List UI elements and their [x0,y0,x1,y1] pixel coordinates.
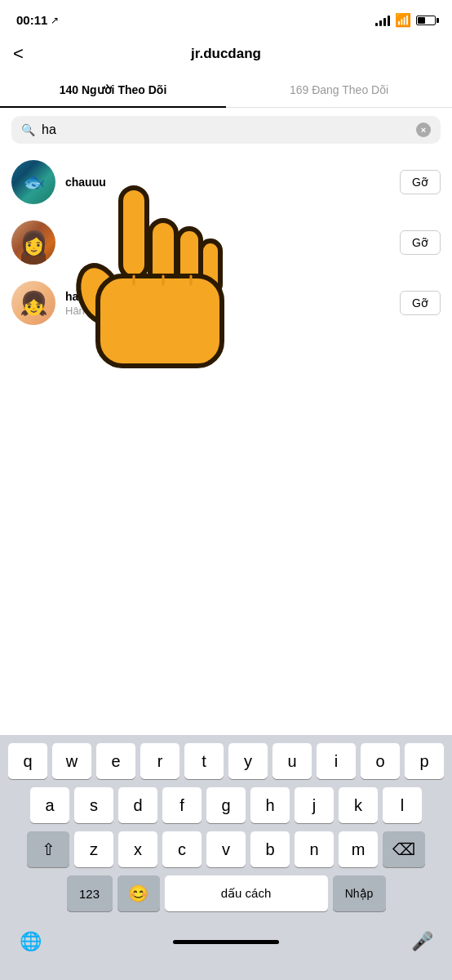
shift-key[interactable]: ⇧ [27,831,69,867]
user-list: chauuu Gỡ Gỡ ha…99 • Theo dõi Hân Huỳnh [0,152,452,333]
follow-button[interactable]: Theo dõi [117,290,161,303]
space-key[interactable]: dấu cách [165,875,328,911]
remove-button[interactable]: Gỡ [400,291,441,315]
search-icon: 🔍 [21,123,35,136]
keyboard-bottom: 🌐 🎤 [4,920,448,976]
key-u[interactable]: u [273,743,312,779]
remove-button[interactable]: Gỡ [400,230,441,255]
key-g[interactable]: g [206,787,246,823]
display-name: Hân Huỳnh [65,305,390,317]
backspace-key[interactable]: ⌫ [383,831,425,867]
status-icons: 📶 [375,12,436,28]
tab-followers[interactable]: 140 Người Theo Dõi [0,72,226,107]
key-b[interactable]: b [250,831,290,867]
remove-button[interactable]: Gỡ [400,170,441,194]
key-y[interactable]: y [228,743,268,779]
key-q[interactable]: q [8,743,47,779]
key-x[interactable]: x [118,831,157,867]
avatar [11,220,55,265]
avatar [11,160,55,204]
key-k[interactable]: k [339,787,378,823]
tab-following[interactable]: 169 Đang Theo Dõi [226,72,452,107]
key-d[interactable]: d [118,787,157,823]
home-indicator [173,940,279,944]
key-s[interactable]: s [74,787,113,823]
location-icon: ↗ [51,15,59,26]
list-item: chauuu Gỡ [11,152,441,212]
key-m[interactable]: m [339,831,378,867]
emoji-key[interactable]: 😊 [117,875,160,911]
status-bar: 00:11 ↗ 📶 [0,0,452,36]
tabs-bar: 140 Người Theo Dõi 169 Đang Theo Dõi [0,72,452,108]
search-bar: 🔍 × [11,116,441,144]
globe-key[interactable]: 🌐 [12,924,48,960]
signal-bars-icon [375,15,390,26]
avatar-image [11,220,55,265]
key-c[interactable]: c [162,831,202,867]
key-i[interactable]: i [317,743,356,779]
numbers-key[interactable]: 123 [67,875,113,911]
header: < jr.ducdang [0,36,452,72]
key-o[interactable]: o [361,743,400,779]
key-p[interactable]: p [405,743,444,779]
wifi-icon: 📶 [395,12,411,28]
empty-area [0,333,452,497]
list-item: Gỡ [11,212,441,273]
key-z[interactable]: z [74,831,113,867]
username: ha…99 [65,290,103,303]
username: chauuu [65,176,106,189]
key-v[interactable]: v [206,831,246,867]
battery-icon [416,16,436,25]
search-clear-button[interactable]: × [416,122,431,137]
key-r[interactable]: r [140,743,179,779]
key-j[interactable]: j [295,787,334,823]
key-h[interactable]: h [250,787,290,823]
keyboard-row-4: 123 😊 dấu cách Nhập [4,875,448,911]
keyboard-row-2: a s d f g h j k l [4,787,448,823]
key-w[interactable]: w [52,743,91,779]
back-button[interactable]: < [13,45,24,63]
keyboard-row-1: q w e r t y u i o p [4,743,448,779]
key-n[interactable]: n [295,831,334,867]
keyboard-row-3: ⇧ z x c v b n m ⌫ [4,831,448,867]
search-input[interactable] [42,122,410,137]
dot-separator: • [108,290,112,303]
key-t[interactable]: t [184,743,224,779]
keyboard: q w e r t y u i o p a s d f g h j k l ⇧ … [0,735,452,980]
avatar [11,281,55,325]
key-f[interactable]: f [162,787,202,823]
key-l[interactable]: l [383,787,422,823]
enter-key[interactable]: Nhập [333,875,386,911]
list-item: ha…99 • Theo dõi Hân Huỳnh Gỡ [11,273,441,333]
mic-key[interactable]: 🎤 [404,924,440,960]
key-e[interactable]: e [96,743,135,779]
key-a[interactable]: a [30,787,69,823]
status-time: 00:11 [16,13,47,27]
avatar-image [11,281,55,325]
user-info: chauuu [65,176,390,189]
search-container: 🔍 × [0,108,452,152]
user-info: ha…99 • Theo dõi Hân Huỳnh [65,290,390,317]
avatar-image [11,160,55,204]
page-title: jr.ducdang [191,46,261,62]
